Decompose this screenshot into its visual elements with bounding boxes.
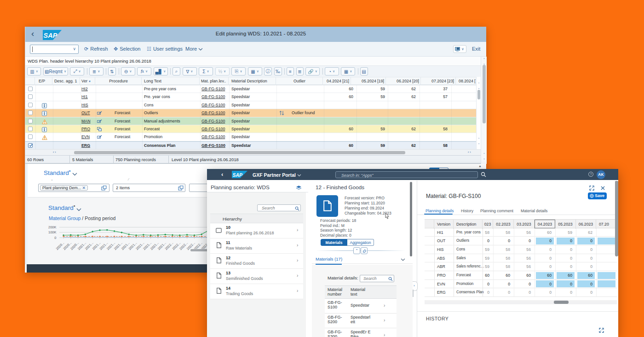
svg-text:0: 0 bbox=[54, 236, 56, 240]
svg-text:SAP: SAP bbox=[233, 172, 243, 178]
svg-text:200K: 200K bbox=[48, 225, 57, 229]
svg-text:100K: 100K bbox=[48, 230, 57, 234]
